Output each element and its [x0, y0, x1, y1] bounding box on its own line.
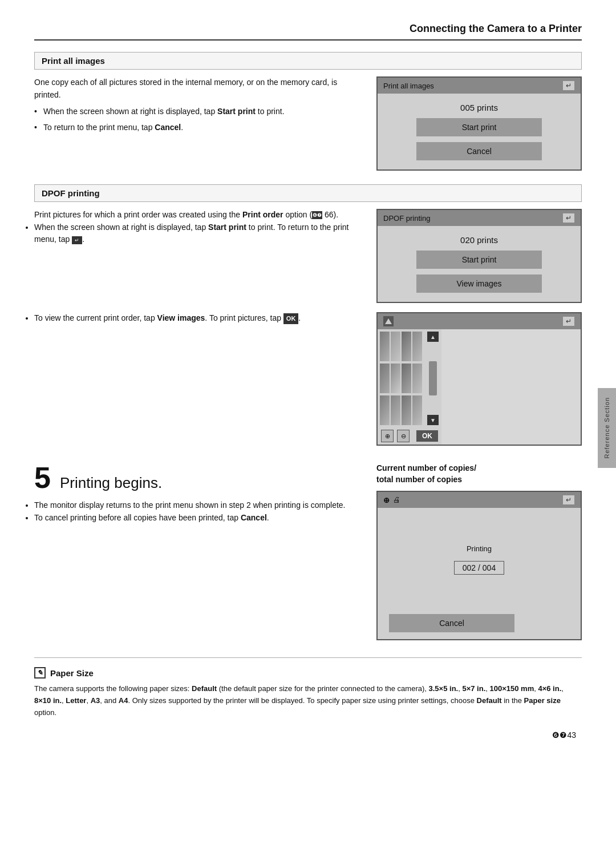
cam1-prints: 005 prints [460, 103, 498, 112]
cam-printing-cancel-btn[interactable]: Cancel [389, 614, 514, 632]
paper-size-text: The camera supports the following paper … [34, 683, 582, 718]
view-images-section: To view the current print order, tap Vie… [34, 312, 582, 446]
step5-bullets: The monitor display returns to the print… [34, 499, 359, 524]
view-images-bold: View images [157, 313, 205, 322]
step5-right: Current number of copies/total number of… [376, 463, 582, 640]
cam3-thumb-11 [402, 395, 411, 425]
step5-bold-cancel: Cancel [241, 513, 267, 522]
ps-100x150: 100×150 mm [490, 684, 534, 693]
ps-default1: Default [192, 684, 217, 693]
cam3-thumb-10 [391, 395, 400, 425]
section1-bullet2: To return to the print menu, tap Cancel. [34, 122, 365, 134]
paper-size-note: ✎ Paper Size The camera supports the fol… [34, 657, 582, 718]
ps-paper-size: Paper size [524, 696, 561, 705]
cam3-thumb-6 [391, 364, 400, 393]
cam3-scroll-up[interactable]: ▲ [427, 332, 439, 342]
cam2-back-btn[interactable]: ↵ [562, 213, 575, 223]
camera-screen-3: ↵ [376, 312, 582, 446]
cam1-header: Print all images ↵ [378, 78, 581, 94]
reference-tab: Reference Section [598, 388, 616, 468]
section2-bullets: When the screen shown at right is displa… [34, 221, 365, 246]
cam3-scroll-down[interactable]: ▼ [427, 415, 439, 425]
cam1-start-print-btn[interactable]: Start print [416, 118, 542, 136]
cam3-thumb-4 [412, 332, 422, 361]
section2-bold-order: Print order [242, 210, 283, 219]
ok-badge: OK [283, 313, 299, 324]
cam1-cancel-btn[interactable]: Cancel [416, 142, 542, 160]
view-images-bullet: To view the current print order, tap Vie… [34, 312, 365, 325]
note-icon: ✎ [34, 667, 46, 679]
cam3-scrollbar-track [429, 361, 437, 395]
cam3-thumb-8 [412, 364, 422, 393]
cam3-thumb-5 [380, 364, 390, 393]
step5-title-row: 5 Printing begins. [34, 463, 359, 492]
section2-text: Print pictures for which a print order w… [34, 209, 365, 303]
cam2-prints: 020 prints [460, 235, 498, 245]
cam1-back-btn[interactable]: ↵ [562, 80, 575, 91]
view-images-bullets: To view the current print order, tap Vie… [34, 312, 365, 325]
zoom-in-icon[interactable]: ⊕ [381, 430, 394, 442]
section1-intro: One copy each of all pictures stored in … [34, 76, 365, 101]
cam-print-back-btn[interactable]: ↵ [562, 495, 575, 505]
step5-title: Printing begins. [60, 474, 162, 492]
cam3-thumb-2 [391, 332, 400, 361]
cam1-body: 005 prints Start print Cancel [378, 94, 581, 169]
page-container: Connecting the Camera to a Printer Print… [0, 0, 616, 848]
section2-bullet1: When the screen shown at right is displa… [34, 221, 365, 246]
section1-bold2: Cancel [155, 123, 181, 132]
cam3-thumb-7 [402, 364, 411, 393]
ps-a4: A4 [119, 696, 128, 705]
step5-bullet2: To cancel printing before all copies hav… [34, 512, 359, 524]
ps-35x5: 3.5×5 in. [429, 684, 459, 693]
camera-screen-2: DPOF printing ↵ 020 prints Start print V… [376, 209, 582, 303]
return-icon: ↵ [72, 236, 82, 244]
power-icon: ⊕ [383, 496, 390, 504]
camera-screen-printing: ⊕ 🖨 ↵ Printing 002 / 004 Cancel [376, 491, 582, 640]
ps-8x10: 8×10 in. [34, 696, 62, 705]
section2-content: Print pictures for which a print order w… [34, 209, 582, 303]
cam3-thumb-9 [380, 395, 390, 425]
copies-label: Current number of copies/total number of… [376, 463, 582, 485]
cam2-body: 020 prints Start print View images [378, 226, 581, 302]
cam2-start-print-btn[interactable]: Start print [416, 251, 542, 269]
step5-section: 5 Printing begins. The monitor display r… [34, 463, 582, 640]
section1-content: One copy each of all pictures stored in … [34, 76, 582, 171]
cam3-grid-area [378, 329, 424, 427]
cam2-view-images-btn[interactable]: View images [416, 274, 542, 293]
paper-size-header: ✎ Paper Size [34, 667, 582, 679]
cam3-back-btn[interactable]: ↵ [562, 316, 575, 326]
section2-bold1: Start print [208, 223, 246, 232]
cam3-ok-btn[interactable]: OK [416, 430, 438, 442]
section1-bold1: Start print [217, 107, 256, 116]
page-num-text: ❻❼43 [552, 730, 576, 740]
ps-letter: Letter [66, 696, 86, 705]
cam-cancel-area: Cancel [378, 611, 581, 639]
step5-left: 5 Printing begins. The monitor display r… [34, 463, 359, 640]
cam2-header: DPOF printing ↵ [378, 210, 581, 226]
ps-5x7: 5×7 in. [462, 684, 485, 693]
cam-print-header: ⊕ 🖨 ↵ [378, 492, 581, 508]
cam3-grid-container: ▲ ▼ ⊕ ⊖ OK [378, 329, 581, 445]
step5-bullet1: The monitor display returns to the print… [34, 499, 359, 512]
cam-counter-box: 002 / 004 [454, 561, 504, 575]
link-icon: ❻❼ [312, 211, 322, 219]
cam-printing-text: Printing [467, 544, 492, 553]
cam3-left-icon [383, 316, 394, 326]
ps-default2: Default [477, 696, 502, 705]
cam3-thumb-3 [402, 332, 411, 361]
cam-printing-body: Printing 002 / 004 [378, 508, 581, 611]
ps-4x6: 4×6 in. [538, 684, 561, 693]
ps-a3: A3 [91, 696, 100, 705]
step5-number: 5 [34, 463, 51, 492]
section1-text: One copy each of all pictures stored in … [34, 76, 365, 171]
svg-marker-0 [385, 318, 392, 324]
section2-intro: Print pictures for which a print order w… [34, 209, 365, 221]
cam2-title: DPOF printing [383, 214, 430, 223]
camera-screen-1: Print all images ↵ 005 prints Start prin… [376, 76, 582, 171]
section1-heading: Print all images [34, 52, 582, 70]
cam-print-header-icons: ⊕ 🖨 [383, 495, 400, 504]
paper-size-title: Paper Size [50, 668, 94, 678]
page-number: ❻❼43 [34, 730, 582, 740]
reference-tab-text: Reference Section [603, 397, 610, 459]
zoom-out-icon[interactable]: ⊖ [397, 430, 410, 442]
